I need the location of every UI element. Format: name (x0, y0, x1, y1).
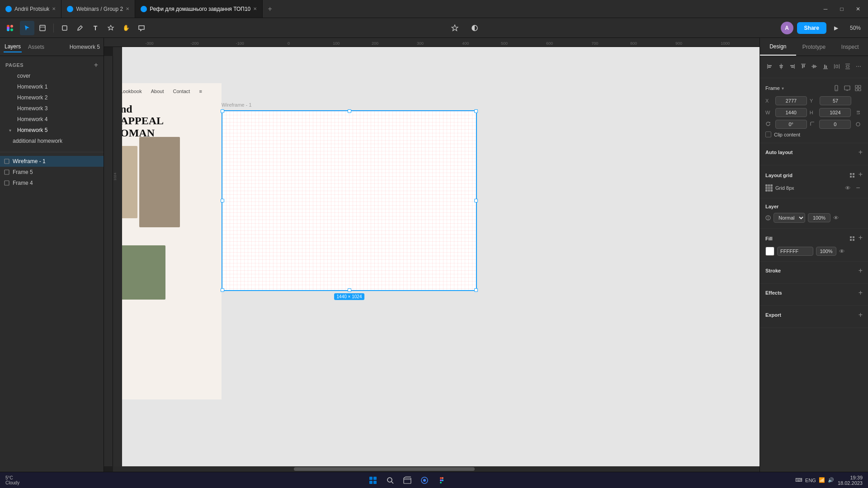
fill-color-swatch[interactable] (765, 247, 774, 256)
user-avatar[interactable]: A (781, 22, 793, 34)
text-tool[interactable]: T (88, 21, 103, 35)
layer-wireframe1[interactable]: Wireframe - 1 (0, 156, 104, 167)
clip-content-row[interactable]: Clip content (765, 131, 863, 137)
handle-top-left[interactable] (221, 109, 224, 113)
grid-eye-icon[interactable]: 👁 (845, 185, 851, 192)
auto-layout-add[interactable]: + (859, 149, 863, 156)
clip-content-checkbox[interactable] (765, 131, 771, 137)
canvas-viewport[interactable]: Lookbook About Contact ≡ nd APPEAL OMAN (104, 47, 760, 466)
tab-homework5[interactable]: Homework 5 (70, 44, 100, 50)
frame-desktop-icon[interactable] (843, 84, 852, 93)
align-right[interactable] (788, 61, 797, 71)
new-tab-button[interactable]: + (263, 0, 277, 18)
fill-add-btn[interactable]: + (859, 234, 863, 243)
stroke-add-btn[interactable]: + (859, 267, 863, 274)
canvas-area[interactable]: -300 -200 -100 0 100 200 300 400 500 600… (104, 38, 760, 472)
tab-inspect[interactable]: Inspect (832, 38, 868, 56)
handle-bottom-mid[interactable] (348, 288, 351, 292)
layer-frame4[interactable]: Frame 4 (0, 178, 104, 188)
tab1-close[interactable]: ✕ (52, 6, 56, 11)
community-icon[interactable] (448, 21, 462, 35)
frame-tool[interactable] (35, 21, 50, 35)
frame-grid-icon[interactable] (854, 84, 863, 93)
component-tool[interactable] (104, 21, 118, 35)
taskbar-search[interactable] (383, 474, 397, 487)
fill-opacity-input[interactable]: 100% (816, 247, 836, 256)
share-button[interactable]: Share (797, 22, 826, 34)
page-item-cover[interactable]: cover (0, 70, 104, 81)
tab2-close[interactable]: ✕ (126, 6, 129, 11)
comment-tool[interactable] (134, 21, 149, 35)
hand-tool[interactable]: ✋ (119, 21, 133, 35)
handle-mid-left[interactable] (221, 199, 224, 202)
align-center-v[interactable] (810, 61, 819, 71)
corner-input[interactable]: 0 (819, 120, 851, 129)
shape-tool[interactable] (57, 21, 72, 35)
fill-grid-icon[interactable] (848, 234, 857, 243)
page-item-additional[interactable]: additional homework (0, 136, 104, 146)
fill-hex-input[interactable]: FFFFFF (777, 247, 813, 256)
taskbar-explorer[interactable] (401, 474, 414, 487)
rotation-input[interactable]: 0° (775, 120, 807, 129)
maximize-button[interactable]: □ (835, 3, 848, 15)
frame-mobile-icon[interactable] (832, 84, 841, 93)
handle-top-right[interactable] (474, 109, 478, 113)
zoom-level[interactable]: 50% (846, 23, 864, 33)
page-item-hw4[interactable]: Homework 4 (0, 114, 104, 125)
handle-mid-right[interactable] (474, 199, 478, 202)
export-add-btn[interactable]: + (859, 311, 863, 319)
horizontal-scrollbar[interactable] (113, 466, 760, 472)
layout-grid-icon-btn[interactable] (848, 171, 857, 180)
align-left[interactable] (765, 61, 775, 71)
more-align-options[interactable]: ⋯ (854, 62, 863, 71)
browser-tab-1[interactable]: Andrii Protsiuk ✕ (0, 0, 61, 18)
tab-assets[interactable]: Assets (27, 42, 45, 52)
handle-bottom-right[interactable] (474, 288, 478, 292)
effects-add-btn[interactable]: + (859, 289, 863, 296)
layout-grid-add[interactable]: + (859, 171, 863, 180)
x-input[interactable]: 2777 (775, 96, 807, 105)
tab-layers[interactable]: Layers (4, 42, 22, 52)
fill-visibility-toggle[interactable]: 👁 (839, 248, 845, 255)
browser-tab-2[interactable]: Webinars / Group 2 ✕ (61, 0, 135, 18)
taskbar-chrome[interactable] (418, 474, 431, 487)
close-button[interactable]: ✕ (852, 3, 864, 15)
wireframe-1-box[interactable]: 1440 × 1024 (222, 110, 477, 291)
constrain-proportions[interactable] (854, 108, 863, 117)
wireframe-1-container[interactable]: Wireframe - 1 (222, 110, 477, 291)
canvas-content-area[interactable]: Lookbook About Contact ≡ nd APPEAL OMAN (113, 47, 760, 466)
page-item-hw2[interactable]: Homework 2 (0, 92, 104, 103)
tab3-close[interactable]: ✕ (253, 6, 257, 11)
tab-design[interactable]: Design (760, 38, 796, 56)
distribute-v[interactable] (843, 61, 853, 71)
page-item-hw3[interactable]: Homework 3 (0, 103, 104, 114)
align-top[interactable] (799, 61, 808, 71)
grid-minus-btn[interactable]: − (854, 183, 863, 192)
layer-frame5[interactable]: Frame 5 (0, 167, 104, 178)
page-item-hw1[interactable]: Homework 1 (0, 81, 104, 92)
present-button[interactable]: ▶ (830, 22, 843, 34)
layer-visibility-toggle[interactable]: 👁 (833, 215, 839, 221)
corner-individual[interactable] (854, 120, 863, 129)
frame-dropdown-icon[interactable]: ▾ (782, 86, 784, 91)
browser-tab-3[interactable]: Рефи для домашнього завдання ТОП10 ✕ (135, 0, 263, 18)
y-input[interactable]: 57 (820, 96, 851, 105)
scrollbar-thumb[interactable] (294, 467, 475, 471)
align-bottom[interactable] (821, 61, 830, 71)
handle-top-mid[interactable] (348, 109, 351, 113)
pages-add-button[interactable]: + (94, 61, 98, 69)
taskbar-figma[interactable] (435, 474, 448, 487)
distribute-h[interactable] (832, 61, 841, 71)
pen-tool[interactable] (73, 21, 87, 35)
figma-logo[interactable] (4, 22, 16, 34)
handle-bottom-left[interactable] (221, 288, 224, 292)
taskbar-start[interactable] (366, 474, 380, 487)
theme-toggle[interactable] (467, 21, 482, 35)
layer-opacity-input[interactable]: 100% (808, 213, 830, 222)
w-input[interactable]: 1440 (775, 108, 807, 117)
align-center-h[interactable] (777, 61, 786, 71)
layer-mode-select[interactable]: Normal (774, 213, 805, 223)
page-item-hw5[interactable]: ▾ Homework 5 (0, 125, 104, 136)
select-tool[interactable] (20, 21, 34, 35)
tab-prototype[interactable]: Prototype (796, 38, 832, 56)
